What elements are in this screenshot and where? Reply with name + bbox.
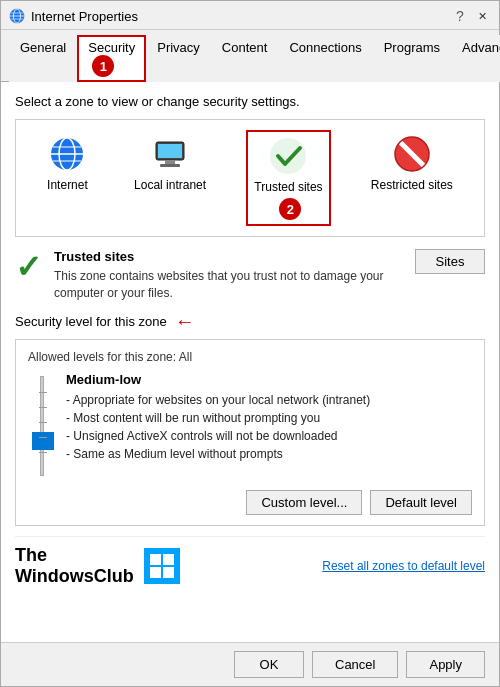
level-name: Medium-low [66, 372, 472, 387]
zone-desc-text: This zone contains websites that you tru… [54, 268, 415, 302]
zone-local-intranet[interactable]: Local intranet [128, 130, 212, 226]
branding-line2: WindowsClub [15, 566, 134, 588]
restricted-sites-icon [392, 134, 432, 174]
svg-rect-19 [163, 554, 174, 565]
slider-thumb [32, 432, 54, 450]
svg-rect-11 [158, 144, 182, 158]
ok-button[interactable]: OK [234, 651, 304, 678]
local-intranet-label: Local intranet [134, 178, 206, 192]
internet-properties-dialog: Internet Properties ? ✕ General Security… [0, 0, 500, 687]
bullet-4: - Same as Medium level without prompts [66, 445, 472, 463]
zone-restricted-sites[interactable]: Restricted sites [365, 130, 459, 226]
tick-1 [39, 392, 47, 393]
branding-line1: The [15, 545, 134, 567]
bullet-2: - Most content will be run without promp… [66, 409, 472, 427]
svg-rect-12 [165, 160, 175, 164]
tab-content-panel: Select a zone to view or change security… [1, 82, 499, 642]
trusted-sites-icon [268, 136, 308, 176]
custom-level-button[interactable]: Custom level... [246, 490, 362, 515]
svg-rect-18 [150, 554, 161, 565]
title-bar-left: Internet Properties [9, 8, 138, 24]
dialog-footer: OK Cancel Apply [1, 642, 499, 686]
tab-programs[interactable]: Programs [373, 35, 451, 82]
zone-trusted-sites[interactable]: Trusted sites 2 [246, 130, 330, 226]
zones-area: Internet Local intranet [15, 119, 485, 237]
level-bullets: - Appropriate for websites on your local… [66, 391, 472, 463]
bullet-1: - Appropriate for websites on your local… [66, 391, 472, 409]
bullet-3: - Unsigned ActiveX controls will not be … [66, 427, 472, 445]
cancel-button[interactable]: Cancel [312, 651, 398, 678]
tick-3 [39, 422, 47, 423]
branding-logo [144, 548, 180, 584]
svg-rect-13 [160, 164, 180, 167]
security-level-section: Security level for this zone ← [15, 310, 485, 333]
tab-content[interactable]: Content [211, 35, 279, 82]
dialog-icon [9, 8, 25, 24]
svg-rect-20 [150, 567, 161, 578]
title-controls: ? ✕ [451, 7, 491, 25]
zone-desc: ✓ Trusted sites This zone contains websi… [15, 249, 415, 302]
security-level-label: Security level for this zone ← [15, 310, 485, 333]
internet-icon [47, 134, 87, 174]
tick-5 [39, 452, 47, 453]
badge-1: 1 [92, 55, 114, 77]
tick-4 [39, 437, 47, 438]
level-buttons: Custom level... Default level [28, 490, 472, 515]
zone-desc-row: ✓ Trusted sites This zone contains websi… [15, 249, 485, 302]
restricted-sites-label: Restricted sites [371, 178, 453, 192]
sites-button[interactable]: Sites [415, 249, 485, 274]
tab-advanced[interactable]: Advanced [451, 35, 500, 82]
internet-label: Internet [47, 178, 88, 192]
allowed-levels: Allowed levels for this zone: All [28, 350, 472, 364]
tab-connections[interactable]: Connections [278, 35, 372, 82]
zone-internet[interactable]: Internet [41, 130, 94, 226]
branding-row: The WindowsClub Reset all zones to defau… [15, 536, 485, 588]
badge-2: 2 [279, 198, 301, 220]
svg-rect-21 [163, 567, 174, 578]
windows-logo [148, 552, 176, 580]
tick-2 [39, 407, 47, 408]
slider-track [40, 376, 44, 476]
apply-button[interactable]: Apply [406, 651, 485, 678]
red-arrow-icon: ← [175, 310, 195, 333]
close-button[interactable]: ✕ [473, 7, 491, 25]
local-intranet-icon [150, 134, 190, 174]
zone-desc-content: Trusted sites This zone contains website… [54, 249, 415, 302]
tab-bar: General Security1 Privacy Content Connec… [1, 30, 499, 82]
tab-general[interactable]: General [9, 35, 77, 82]
svg-point-14 [270, 138, 306, 174]
security-slider[interactable] [28, 372, 56, 476]
branding-text: The WindowsClub [15, 545, 134, 588]
reset-zones-button[interactable]: Reset all zones to default level [322, 559, 485, 573]
security-level-box: Allowed levels for this zone: All Medium… [15, 339, 485, 526]
tab-privacy[interactable]: Privacy [146, 35, 211, 82]
level-details: Medium-low - Appropriate for websites on… [66, 372, 472, 463]
level-content: Medium-low - Appropriate for websites on… [28, 372, 472, 476]
help-button[interactable]: ? [451, 7, 469, 25]
dialog-title: Internet Properties [31, 9, 138, 24]
default-level-button[interactable]: Default level [370, 490, 472, 515]
title-bar: Internet Properties ? ✕ [1, 1, 499, 30]
zone-checkmark: ✓ [15, 251, 42, 283]
tab-security[interactable]: Security1 [77, 35, 146, 82]
zone-desc-title: Trusted sites [54, 249, 415, 264]
trusted-sites-label: Trusted sites [254, 180, 322, 194]
zone-instruction: Select a zone to view or change security… [15, 94, 485, 109]
